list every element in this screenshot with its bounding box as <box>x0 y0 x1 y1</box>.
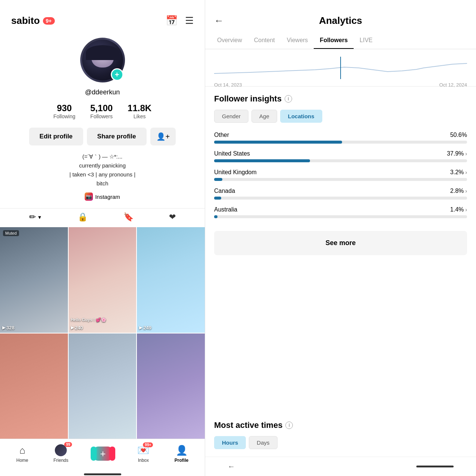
most-active-title: Most active times i <box>214 420 467 430</box>
nav-home[interactable]: ⌂ Home <box>16 445 28 463</box>
bottom-nav: ⌂ Home 99 Friends + 💌 99+ Inbox 👤 Profil… <box>0 439 205 470</box>
chart-start-date: Oct 14, 2023 <box>214 82 242 88</box>
followers-stat[interactable]: 5,100 Followers <box>90 103 113 119</box>
liked-tab[interactable]: ❤ <box>169 212 176 222</box>
analytics-header: ← Analytics <box>205 0 476 32</box>
nav-inbox[interactable]: 💌 99+ Inbox <box>137 445 149 463</box>
most-active-info-icon[interactable]: i <box>285 422 293 429</box>
instagram-label: Instagram <box>95 194 120 200</box>
nav-friends[interactable]: 99 Friends <box>53 444 68 463</box>
location-row-uk[interactable]: United Kingdom 3.2% › <box>214 169 467 181</box>
lock-tab[interactable]: 🔒 <box>78 212 88 222</box>
play-count-3: ▶ 249 <box>139 325 151 331</box>
filter-gender[interactable]: Gender <box>214 110 248 123</box>
active-tab-days[interactable]: Days <box>249 436 277 449</box>
tab-icons-row: ✏ ▼ 🔒 🔖 ❤ <box>0 208 205 226</box>
likes-stat[interactable]: 11.8K Likes <box>128 103 151 119</box>
video-thumb-6[interactable] <box>137 333 205 439</box>
see-more-button[interactable]: See more <box>214 231 467 255</box>
bio-line1: (=´∀｀) — ☆*:... <box>69 152 135 161</box>
nav-tabs: Overview Content Viewers Followers LIVE <box>205 32 476 49</box>
info-icon[interactable]: i <box>285 95 292 103</box>
chevron-right-uk: › <box>465 169 467 175</box>
stats-row: 930 Following 5,100 Followers 11.8K Like… <box>53 103 151 119</box>
add-avatar-button[interactable]: + <box>111 68 123 81</box>
inbox-label: Inbox <box>138 458 149 463</box>
tab-live[interactable]: LIVE <box>354 32 379 49</box>
video-thumb-2[interactable]: Hello Guys ! 💕🌸 ▶ 240 <box>69 227 137 333</box>
location-pct-other: 50.6% <box>450 132 467 138</box>
profile-label: Profile <box>175 458 188 463</box>
filter-locations[interactable]: Locations <box>280 110 322 123</box>
bar-bg-us <box>214 159 467 162</box>
chart-svg <box>214 57 467 79</box>
top-bar: sabito 9+ 📅 ☰ <box>0 0 205 34</box>
notification-badge: 9+ <box>43 17 55 25</box>
location-name-us: United States <box>214 150 250 157</box>
user-handle: @ddeerkun <box>85 88 120 96</box>
add-friend-button[interactable]: 👤+ <box>150 128 176 145</box>
video-thumb-5[interactable] <box>69 333 137 439</box>
following-stat[interactable]: 930 Following <box>53 103 75 119</box>
likes-count: 11.8K <box>128 103 151 113</box>
right-panel: ← Analytics Overview Content Viewers Fol… <box>205 0 476 476</box>
video-thumb-1[interactable]: Muted ▶ 328 <box>0 227 68 333</box>
friends-label: Friends <box>53 458 68 463</box>
location-pct-uk: 3.2% › <box>450 169 467 176</box>
bar-fill-other <box>214 141 342 144</box>
back-arrow-bottom[interactable]: ← <box>228 462 235 471</box>
following-count: 930 <box>57 103 72 113</box>
bar-fill-us <box>214 159 310 162</box>
chevron-right-us: › <box>465 151 467 157</box>
bar-bg-uk <box>214 178 467 181</box>
location-pct-canada: 2.8% › <box>450 188 467 194</box>
play-icon-3: ▶ <box>139 325 142 330</box>
plus-icon: + <box>100 448 106 460</box>
location-name-canada: Canada <box>214 188 235 194</box>
likes-label: Likes <box>134 113 146 119</box>
tab-overview[interactable]: Overview <box>211 32 248 49</box>
bio-line4: bitch <box>69 179 135 188</box>
tagged-tab[interactable]: 🔖 <box>123 212 134 222</box>
active-tab-hours[interactable]: Hours <box>214 436 246 449</box>
play-icon: ▶ <box>2 325 5 330</box>
heart-icon: ❤ <box>169 212 176 222</box>
filter-age[interactable]: Age <box>251 110 277 123</box>
chart-dates: Oct 14, 2023 Oct 12, 2024 <box>214 82 467 88</box>
calendar-icon[interactable]: 📅 <box>166 15 178 26</box>
bar-fill-canada <box>214 197 221 200</box>
home-icon: ⌂ <box>19 445 25 456</box>
tab-content[interactable]: Content <box>248 32 281 49</box>
back-button[interactable]: ← <box>214 15 224 26</box>
chevron-right-australia: › <box>465 207 467 213</box>
edit-profile-button[interactable]: Edit profile <box>29 128 83 145</box>
grid-icon: ✏ <box>29 212 36 222</box>
instagram-link[interactable]: 📷 Instagram <box>85 192 120 201</box>
followers-count: 5,100 <box>90 103 113 113</box>
tab-followers[interactable]: Followers <box>314 32 354 49</box>
left-panel: sabito 9+ 📅 ☰ + @ddeerkun 930 Following … <box>0 0 205 476</box>
username-badge: sabito 9+ <box>11 15 55 26</box>
share-profile-button[interactable]: Share profile <box>87 128 147 145</box>
bar-fill-australia <box>214 215 217 218</box>
video-grid: Muted ▶ 328 Hello Guys ! 💕🌸 ▶ 240 ▶ 249 <box>0 227 205 439</box>
location-row-us[interactable]: United States 37.9% › <box>214 150 467 162</box>
nav-profile[interactable]: 👤 Profile <box>175 445 188 463</box>
tag-icon: 🔖 <box>123 212 134 222</box>
add-button[interactable]: + <box>94 447 112 461</box>
video-thumb-4[interactable] <box>0 333 68 439</box>
chevron-right-canada: › <box>465 188 467 194</box>
videos-tab[interactable]: ✏ ▼ <box>29 212 42 222</box>
tab-viewers[interactable]: Viewers <box>281 32 314 49</box>
muted-badge: Muted <box>3 230 19 236</box>
home-indicator-left <box>84 473 121 475</box>
play-count-2: ▶ 240 <box>71 325 83 331</box>
nav-add[interactable]: + <box>94 447 112 461</box>
location-row-australia[interactable]: Australia 1.4% › <box>214 206 467 218</box>
video-thumb-3[interactable]: ▶ 249 <box>137 227 205 333</box>
location-row-canada[interactable]: Canada 2.8% › <box>214 188 467 200</box>
action-row: Edit profile Share profile 👤+ <box>29 128 176 145</box>
menu-icon[interactable]: ☰ <box>185 15 194 26</box>
avatar-container: + <box>80 38 125 82</box>
profile-icon: 👤 <box>176 445 188 456</box>
